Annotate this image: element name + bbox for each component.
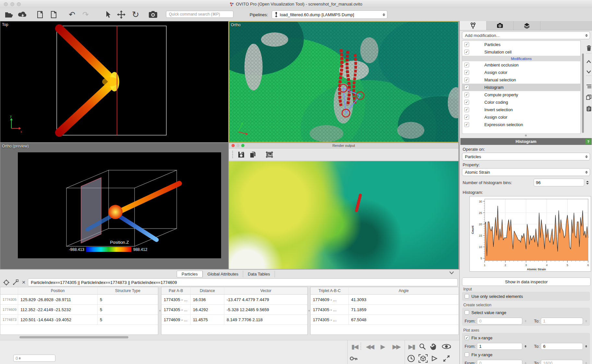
current-frame-input[interactable]: 0 <box>13 355 55 362</box>
enabled-checkbox[interactable]: ✓ <box>464 107 469 112</box>
move-modifier-down-icon[interactable] <box>586 70 591 74</box>
pipeline-item-manual-selection[interactable]: ✓Manual selection <box>462 76 580 84</box>
viewport-ortho-label[interactable]: Ortho <box>231 23 241 27</box>
toggle-modifier-list-icon[interactable] <box>586 84 592 88</box>
new-pipeline-icon[interactable] <box>34 8 46 21</box>
pipeline-selector-stepper-icon[interactable] <box>382 13 386 16</box>
selection-mode-icon[interactable] <box>102 8 113 21</box>
viewport-ortho-preview[interactable]: Ortho (preview) <box>0 143 228 269</box>
pairs-table[interactable]: Pair A-BDistanceVector1774305 - ...16.03… <box>161 287 308 335</box>
pipeline-item-assign-color[interactable]: ✓Assign color <box>462 69 580 76</box>
enabled-checkbox[interactable]: ✓ <box>464 50 469 54</box>
y-from-input[interactable]: 0 <box>477 360 522 364</box>
pipeline-item-simulation-cell[interactable]: ✓Simulation cell <box>462 48 580 56</box>
property-select[interactable]: Atomic Strain <box>462 168 590 176</box>
delete-modifier-icon[interactable] <box>586 45 592 51</box>
histogram-chart[interactable]: 51015202530123456Atomic StrainCount <box>469 196 591 272</box>
zoom-window-icon[interactable] <box>17 2 21 6</box>
enabled-checkbox[interactable]: ✓ <box>464 42 469 47</box>
collapse-inspector-icon[interactable] <box>449 271 454 274</box>
enabled-checkbox[interactable]: ✓ <box>464 100 469 105</box>
pipeline-item-histogram[interactable]: ✓Histogram <box>462 84 580 91</box>
x-from-input[interactable]: 1 <box>477 343 522 350</box>
add-modification-dropdown[interactable]: Add modification... <box>462 31 590 39</box>
maximize-viewport-icon[interactable] <box>440 353 453 364</box>
fix-y-range-row[interactable]: Fix y-range <box>462 350 590 359</box>
viewport-top[interactable]: y x Top <box>0 21 228 142</box>
pipeline-item-compute-property[interactable]: ✓Compute property <box>462 91 580 99</box>
operate-on-select[interactable]: Particles <box>462 153 590 160</box>
viewport-top-label[interactable]: Top <box>2 22 8 27</box>
pipeline-item-particles[interactable]: ✓Particles <box>462 41 580 48</box>
undo-icon[interactable]: ↶ <box>66 8 78 21</box>
enabled-checkbox[interactable]: ✓ <box>464 115 469 120</box>
render-zoom-icon[interactable] <box>241 144 244 147</box>
minimize-window-icon[interactable] <box>10 2 14 6</box>
enabled-checkbox[interactable]: ✓ <box>464 70 469 75</box>
enabled-checkbox[interactable]: ✓ <box>464 77 469 82</box>
animation-keys-icon[interactable] <box>349 353 359 364</box>
render-minimize-icon[interactable] <box>236 144 240 147</box>
filter-expression-input[interactable]: ParticleIndex==1774305 || ParticleIndex=… <box>28 278 458 286</box>
pipeline-list-scrollbar[interactable] <box>582 53 584 133</box>
enabled-checkbox[interactable]: ✓ <box>464 85 469 90</box>
table-row[interactable]: 1774305 - ...67.5048 <box>311 315 458 325</box>
table-row[interactable]: 1774305125.829 -26.8928 -28.97115 <box>0 295 158 305</box>
particles-table[interactable]: PositionStructure Type1774305125.829 -26… <box>0 287 158 335</box>
pipeline-selector[interactable]: load_filtered.60.dump [LAMMPS Dump] <box>272 10 387 19</box>
render-preview-icon[interactable] <box>430 353 439 364</box>
close-window-icon[interactable] <box>4 2 8 6</box>
play-icon[interactable]: ▶ <box>377 341 388 352</box>
table-row[interactable]: 1774609 - ...11.45758.149 7.7706 2.118 <box>161 315 307 325</box>
bins-stepper-icon[interactable] <box>586 180 589 185</box>
orbit-mode-icon[interactable] <box>440 341 453 352</box>
select-value-range-checkbox[interactable] <box>465 310 469 315</box>
step-forward-icon[interactable]: ▶▶ <box>390 341 403 352</box>
particles-table-hscrollbar[interactable] <box>19 336 128 338</box>
enabled-checkbox[interactable]: ✓ <box>464 92 469 97</box>
pipeline-item-ambient-occlusion[interactable]: ✓Ambient occlusion <box>462 61 580 69</box>
tab-layers[interactable] <box>514 21 540 30</box>
render-output-titlebar[interactable]: Render output <box>229 143 458 148</box>
skip-to-end-icon[interactable]: ▶▮ <box>406 341 417 352</box>
enabled-checkbox[interactable]: ✓ <box>464 122 469 127</box>
open-file-icon[interactable] <box>3 8 15 21</box>
modifier-title-bar[interactable]: Histogram ? <box>460 138 592 145</box>
render-active-viewport-icon[interactable] <box>147 8 160 21</box>
x-to-stepper-icon[interactable] <box>584 345 588 347</box>
copy-image-icon[interactable] <box>249 151 256 158</box>
y-to-input[interactable]: 1600 <box>541 360 583 364</box>
select-from-input[interactable]: 0 <box>477 318 522 324</box>
panel-splitter-handle[interactable] <box>523 135 528 136</box>
table-splitter-handle[interactable] <box>159 310 161 311</box>
table-row[interactable]: 1774305 - ...16.036-13.477 4.4779 7.4479 <box>161 295 307 305</box>
pipeline-item-expression-selection[interactable]: ✓Expression selection <box>462 121 580 128</box>
animation-settings-icon[interactable] <box>406 353 416 364</box>
table-splitter-handle[interactable] <box>308 310 310 311</box>
x-from-stepper-icon[interactable] <box>524 345 527 347</box>
inspector-tab-data-tables[interactable]: Data Tables <box>243 271 275 277</box>
tab-pipeline[interactable] <box>460 21 487 30</box>
auto-crop-image-icon[interactable] <box>266 151 273 158</box>
table-row[interactable]: 1774873120.501 -14.6443 -19.40525 <box>0 315 158 325</box>
toolbar-drag-handle[interactable] <box>232 150 233 159</box>
table-row[interactable]: 1774305 - ...71.1859 <box>311 305 458 315</box>
crosshair-pick-icon[interactable] <box>2 277 10 287</box>
zoom-mode-icon[interactable] <box>418 341 427 352</box>
pipeline-item-assign-color[interactable]: ✓Assign color <box>462 113 580 121</box>
import-remote-file-icon[interactable] <box>17 8 29 21</box>
fix-y-range-checkbox[interactable] <box>465 352 469 357</box>
table-row[interactable]: 1774609 - ...41.3093 <box>311 295 458 305</box>
table-row[interactable]: 1774305 - ...16.4292-5.328 12.2485 9.565… <box>161 305 307 315</box>
step-back-icon[interactable]: ◀◀ <box>363 341 376 352</box>
frame-stepper-icon[interactable] <box>18 357 22 359</box>
show-in-data-inspector-button[interactable]: Show in data inspector <box>462 277 591 286</box>
pipeline-item-invert-selection[interactable]: ✓Invert selection <box>462 106 580 113</box>
bins-input[interactable]: 96 <box>534 179 584 186</box>
fix-x-range-checkbox[interactable]: ✓ <box>465 335 469 340</box>
pan-mode-icon[interactable] <box>429 341 438 352</box>
viewport-ortho[interactable]: Ortho <box>229 21 458 142</box>
select-to-input[interactable]: 1 <box>541 318 583 324</box>
zoom-scene-extents-icon[interactable] <box>418 353 429 364</box>
render-close-icon[interactable] <box>231 144 235 147</box>
